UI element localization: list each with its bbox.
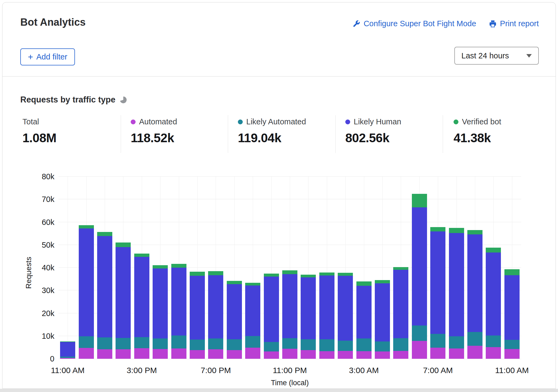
hour-slot — [410, 177, 429, 359]
pie-chart-icon[interactable] — [120, 96, 127, 104]
stacked-bar-1:00 PM[interactable] — [97, 232, 112, 359]
segment-likely-human — [208, 275, 223, 338]
stat-likely-automated[interactable]: Likely Automated 119.04k — [238, 117, 306, 145]
stacked-bar-4:00 AM[interactable] — [375, 280, 390, 359]
y-tick-label: 80k — [2, 172, 54, 181]
printer-icon — [489, 20, 497, 28]
segment-likely-human — [319, 275, 334, 339]
segment-likely-automated — [412, 325, 427, 341]
segment-likely-automated — [134, 337, 149, 348]
segment-automated — [301, 350, 316, 359]
segment-automated — [190, 350, 205, 359]
stacked-bar-9:00 PM[interactable] — [245, 283, 260, 359]
x-tick-label: 3:00 PM — [127, 366, 157, 375]
segment-automated — [449, 348, 464, 359]
segment-verified-bot — [153, 265, 168, 268]
segment-likely-automated — [245, 336, 260, 348]
x-axis: 11:00 AM3:00 PM7:00 PM11:00 PM3:00 AM7:0… — [58, 366, 521, 377]
segment-likely-automated — [319, 339, 334, 351]
segment-verified-bot — [190, 272, 205, 275]
stacked-bar-11:00 AM[interactable] — [60, 341, 75, 359]
segment-automated — [134, 348, 149, 359]
stacked-bar-5:00 PM[interactable] — [171, 264, 186, 359]
stacked-bar-8:00 PM[interactable] — [227, 281, 242, 359]
stat-likely-human-label: Likely Human — [345, 117, 401, 126]
hour-slot — [77, 177, 95, 359]
x-tick-label: 7:00 PM — [201, 366, 231, 375]
hour-slot — [503, 177, 521, 359]
stat-divider — [228, 115, 228, 153]
segment-automated — [430, 348, 445, 359]
segment-likely-automated — [430, 334, 445, 348]
stacked-bar-5:00 AM[interactable] — [393, 267, 408, 359]
hour-slot — [299, 177, 317, 359]
segment-likely-automated — [171, 335, 186, 348]
segment-verified-bot — [282, 270, 297, 274]
segment-likely-human — [467, 234, 482, 332]
y-tick-label: 10k — [2, 332, 54, 340]
segment-likely-human — [190, 276, 205, 340]
stacked-bar-9:00 AM[interactable] — [467, 230, 482, 359]
section-title-row: Requests by traffic type — [20, 95, 127, 105]
y-tick-label: 0 — [2, 355, 54, 363]
stacked-bar-12:00 PM[interactable] — [79, 225, 94, 359]
print-link-label: Print report — [500, 19, 539, 28]
hour-slot — [244, 177, 262, 359]
stacked-bar-4:00 PM[interactable] — [153, 265, 168, 359]
segment-automated — [264, 351, 279, 359]
time-range-select[interactable]: Last 24 hours — [454, 47, 539, 65]
stacked-bar-2:00 AM[interactable] — [338, 273, 353, 359]
stat-verified-bot-value: 41.38k — [454, 131, 501, 145]
stat-verified-bot[interactable]: Verified bot 41.38k — [454, 117, 501, 145]
segment-verified-bot — [449, 228, 464, 233]
stacked-bar-6:00 AM[interactable] — [412, 194, 427, 359]
hour-slot — [447, 177, 465, 359]
segment-verified-bot — [79, 225, 94, 228]
segment-likely-automated — [264, 342, 279, 351]
x-tick-label: 7:00 AM — [423, 366, 453, 375]
stacked-bar-7:00 PM[interactable] — [208, 271, 223, 359]
hour-slot — [262, 177, 280, 359]
stat-divider — [335, 115, 336, 153]
segment-likely-automated — [208, 338, 223, 349]
stacked-bar-12:00 AM[interactable] — [301, 275, 316, 359]
segment-likely-automated — [375, 341, 390, 351]
stat-automated[interactable]: Automated 118.52k — [131, 117, 177, 145]
stacked-bar-2:00 PM[interactable] — [116, 242, 131, 359]
stat-likely-human[interactable]: Likely Human 802.56k — [345, 117, 401, 145]
segment-verified-bot — [430, 227, 445, 231]
stacked-bar-11:00 PM[interactable] — [282, 270, 297, 359]
y-tick-label: 70k — [2, 195, 54, 203]
segment-likely-human — [97, 236, 112, 337]
segment-verified-bot — [245, 283, 260, 285]
stacked-bar-10:00 PM[interactable] — [264, 274, 279, 359]
stacked-bar-11:00 AM[interactable] — [504, 269, 520, 359]
segment-verified-bot — [375, 280, 390, 284]
stacked-bar-3:00 PM[interactable] — [134, 254, 149, 359]
stacked-bar-7:00 AM[interactable] — [430, 227, 445, 359]
wrench-icon — [352, 20, 360, 28]
segment-likely-human — [282, 274, 297, 338]
plus-icon: + — [28, 53, 33, 61]
verified-bot-legend-dot — [454, 119, 458, 124]
segment-likely-human — [301, 277, 316, 339]
segment-verified-bot — [264, 274, 279, 277]
hour-slot — [206, 177, 225, 359]
segment-likely-automated — [338, 341, 353, 351]
stacked-bar-6:00 PM[interactable] — [190, 272, 205, 359]
stacked-bar-3:00 AM[interactable] — [356, 281, 372, 359]
hour-slot — [373, 177, 392, 359]
configure-super-bot-fight-mode-link[interactable]: Configure Super Bot Fight Mode — [352, 19, 476, 28]
x-axis-title: Time (local) — [58, 379, 521, 387]
stacked-bar-8:00 AM[interactable] — [449, 228, 464, 359]
add-filter-button[interactable]: + Add filter — [20, 48, 75, 65]
segment-verified-bot — [467, 230, 482, 234]
segment-likely-automated — [356, 338, 372, 351]
stacked-bar-1:00 AM[interactable] — [319, 273, 334, 359]
stacked-bar-10:00 AM[interactable] — [486, 248, 501, 359]
segment-automated — [319, 351, 334, 359]
stats-row: Total 1.08M Automated 118.52k Likely Aut… — [2, 115, 556, 155]
segment-verified-bot — [171, 264, 186, 268]
print-report-link[interactable]: Print report — [489, 19, 539, 28]
segment-automated — [282, 349, 297, 359]
